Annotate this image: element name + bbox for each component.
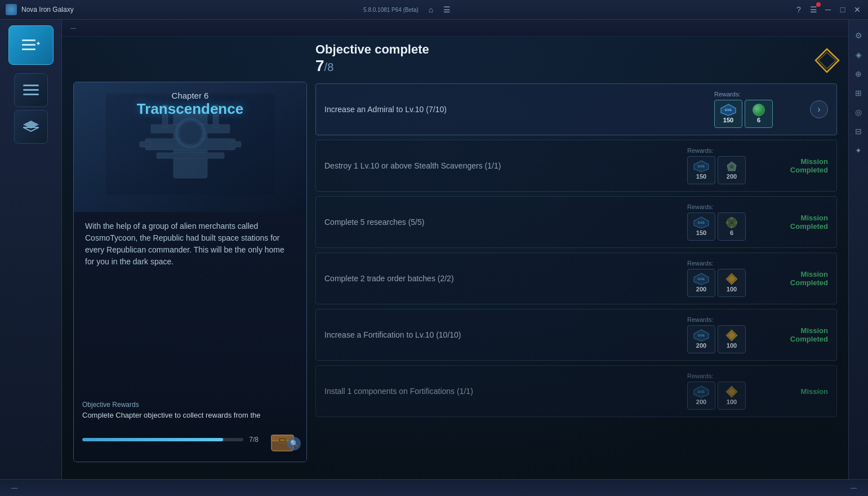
- eve-icon-svg-3: EVE: [693, 216, 709, 229]
- right-sidebar-btn-5[interactable]: ◎: [851, 105, 866, 119]
- objective-item-2: Destroy 1 Lv.10 or above Stealth Scaveng…: [315, 140, 837, 192]
- rewards-items-1: EVE 150 6: [714, 100, 773, 128]
- minimize-button[interactable]: ─: [823, 5, 833, 15]
- gold-diamond-svg-6: [725, 386, 738, 398]
- close-button[interactable]: ✕: [852, 5, 862, 15]
- right-sidebar-btn-6[interactable]: ⊟: [851, 124, 866, 139]
- menu-button[interactable]: ☰: [808, 5, 818, 15]
- chapter-card: Chapter 6 Transcendence With the help of…: [73, 82, 307, 462]
- objective-item-1: Increase an Admiral to Lv.10 (7/10) Rewa…: [315, 83, 837, 135]
- app-version: 5.8.0.1081 P64 (Beta): [363, 7, 419, 13]
- objective-rewards-text: Complete Chapter objective to collect re…: [82, 411, 298, 419]
- reward-count-gold-4: 100: [727, 286, 737, 293]
- rewards-items-3: EVE 150: [687, 212, 746, 241]
- rewards-section-3: Rewards: EVE 150: [687, 203, 777, 241]
- svg-point-31: [729, 165, 734, 169]
- reward-eve-2: EVE 150: [687, 156, 715, 184]
- reward-count-gold-6: 100: [727, 398, 737, 405]
- objective-label-3: Complete 5 researches (5/5): [324, 218, 424, 227]
- objective-text-4: Complete 2 trade order batches (2/2): [324, 274, 682, 283]
- reward-gear-3: 6: [718, 212, 746, 241]
- right-sidebar: ⚙ ◈ ⊕ ⊞ ◎ ⊟ ✦: [848, 20, 868, 496]
- objectives-panel: Objective complete 7/8 Increase an Admir…: [315, 42, 837, 473]
- help-button[interactable]: ?: [794, 5, 804, 15]
- scavenger-svg: [725, 161, 738, 172]
- rewards-section-2: Rewards: EVE 150: [687, 147, 777, 184]
- chapter-name: Transcendence: [74, 100, 306, 118]
- objective-label-1: Increase an Admiral to Lv.10 (7/10): [324, 105, 447, 114]
- gear-icon: [724, 217, 740, 228]
- menu-plus-icon: [22, 37, 40, 53]
- svg-text:EVE: EVE: [725, 108, 732, 112]
- svg-rect-37: [731, 226, 733, 228]
- window-controls: ? ☰ ─ □ ✕: [794, 5, 862, 15]
- svg-point-35: [729, 220, 734, 225]
- objective-complete-current: 7: [315, 57, 324, 74]
- eve-icon-svg-4: EVE: [693, 273, 709, 285]
- hamburger-icon: [23, 85, 39, 96]
- titlebar-nav: ⌂ ☰: [424, 3, 454, 16]
- gold-diamond-icon-6: [724, 386, 740, 397]
- progress-total: 8: [255, 436, 259, 444]
- eve-crystal-icon-2: EVE: [693, 161, 709, 172]
- reward-count-orb-1: 6: [757, 117, 760, 123]
- progress-current: 7: [249, 436, 253, 444]
- svg-rect-7: [23, 94, 39, 95]
- objective-item-4: Complete 2 trade order batches (2/2) Rew…: [315, 253, 837, 304]
- chapter-card-footer: Objective Rewards Complete Chapter objec…: [74, 394, 306, 462]
- objective-rewards-label: Objective Rewards: [82, 401, 298, 409]
- scavenger-icon: [724, 161, 740, 172]
- rewards-section-6: Rewards: EVE 200: [687, 373, 777, 410]
- objective-label-5: Increase a Fortification to Lv.10 (10/10…: [324, 330, 461, 339]
- sidebar-hamburger-button[interactable]: [14, 73, 48, 107]
- reward-eve-5: EVE 200: [687, 325, 715, 353]
- objective-text-1: Increase an Admiral to Lv.10 (7/10): [324, 105, 709, 114]
- right-sidebar-btn-1[interactable]: ⚙: [851, 28, 866, 43]
- search-icon[interactable]: 🔍: [287, 437, 301, 450]
- right-sidebar-btn-3[interactable]: ⊕: [851, 67, 866, 81]
- rewards-items-6: EVE 200 100: [687, 382, 746, 410]
- reward-count-gold-5: 100: [727, 342, 737, 349]
- right-sidebar-btn-7[interactable]: ✦: [851, 143, 866, 158]
- reward-gold-5: 100: [718, 325, 746, 353]
- layers-icon: [23, 121, 39, 133]
- svg-rect-26: [280, 439, 285, 441]
- green-orb-icon: [751, 104, 767, 116]
- reward-gold-6: 100: [718, 382, 746, 410]
- maximize-button[interactable]: □: [838, 5, 848, 15]
- history-nav-button[interactable]: ☰: [440, 3, 454, 16]
- objective-text-5: Increase a Fortification to Lv.10 (10/10…: [324, 330, 682, 339]
- sidebar-layers-button[interactable]: [14, 110, 48, 144]
- bottom-bar-right-dash: ─: [851, 483, 857, 493]
- app-icon: [6, 4, 17, 15]
- right-sidebar-btn-2[interactable]: ◈: [851, 47, 866, 62]
- home-nav-button[interactable]: ⌂: [424, 3, 438, 16]
- reward-gold-4: 100: [718, 269, 746, 297]
- objective-item-5: Increase a Fortification to Lv.10 (10/10…: [315, 309, 837, 361]
- top-bar-dash: ─: [70, 24, 76, 33]
- eve-crystal-icon-5: EVE: [693, 330, 709, 341]
- objective-complete-header: Objective complete 7/8: [315, 42, 837, 75]
- right-sidebar-btn-4[interactable]: ⊞: [851, 86, 866, 100]
- svg-rect-16: [157, 153, 224, 158]
- chapter-title-container: Chapter 6 Transcendence: [74, 91, 306, 118]
- rewards-label-4: Rewards:: [687, 260, 713, 267]
- svg-rect-4: [38, 42, 39, 45]
- rewards-label-3: Rewards:: [687, 203, 713, 210]
- objective-text-2: Destroy 1 Lv.10 or above Stealth Scaveng…: [324, 161, 682, 170]
- mission-completed-4: MissionCompleted: [783, 270, 828, 287]
- progress-text: 7/8: [249, 436, 259, 444]
- arrow-button-1[interactable]: ›: [810, 100, 828, 118]
- rewards-section-1: Rewards: EVE 150: [714, 91, 804, 128]
- sidebar-menu-button[interactable]: [8, 25, 54, 65]
- mission-completed-2: MissionCompleted: [783, 157, 828, 174]
- svg-rect-1: [22, 44, 35, 46]
- reward-count-eve-1: 150: [723, 117, 733, 123]
- rewards-items-5: EVE 200 100: [687, 325, 746, 353]
- eve-icon-svg: EVE: [720, 104, 736, 116]
- reward-scavenger-2: 200: [718, 156, 746, 184]
- chapter-card-body: With the help of a group of alien mercha…: [74, 212, 306, 276]
- svg-rect-36: [731, 217, 733, 219]
- mission-completed-5: MissionCompleted: [783, 326, 828, 343]
- progress-bar-background: [82, 438, 243, 441]
